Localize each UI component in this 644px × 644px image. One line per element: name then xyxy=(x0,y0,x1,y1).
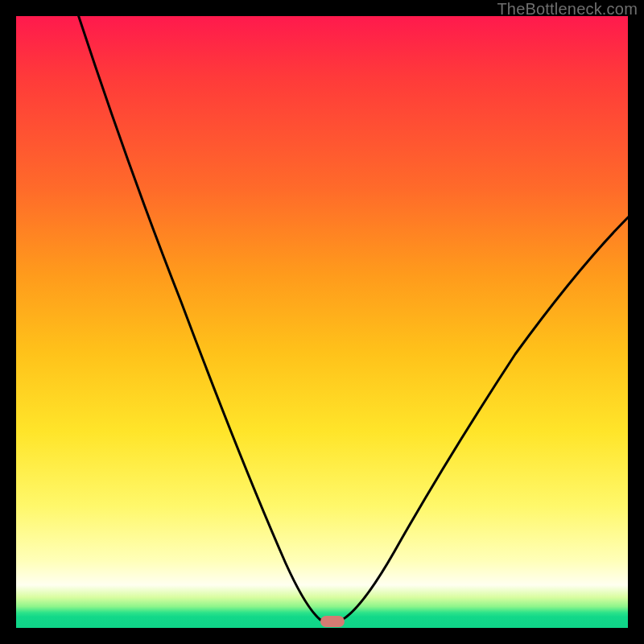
bottleneck-curve xyxy=(77,16,628,620)
curve-svg xyxy=(16,16,628,628)
plot-area xyxy=(16,16,628,628)
chart-frame: TheBottleneck.com xyxy=(0,0,644,644)
watermark-text: TheBottleneck.com xyxy=(497,0,638,19)
optimum-marker xyxy=(320,616,345,627)
